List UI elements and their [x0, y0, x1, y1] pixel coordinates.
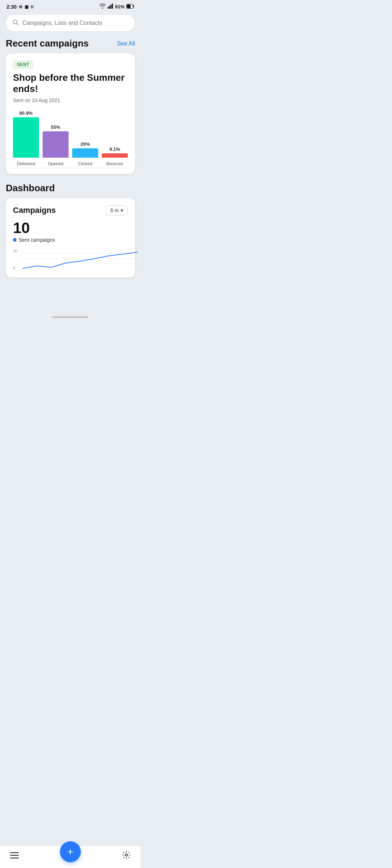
search-input[interactable] [22, 20, 129, 26]
status-time: 2:30 ⊖ ▣ ⁞⁞ [6, 4, 34, 10]
time-filter-button[interactable]: 6 m ▾ [106, 205, 128, 215]
search-icon [12, 19, 19, 27]
bar-opened [43, 131, 69, 158]
bar-label-bounces: Bounces [106, 161, 123, 166]
status-bar: 2:30 ⊖ ▣ ⁞⁞ 61% [0, 0, 141, 11]
dashboard-card: Campaigns 6 m ▾ 10 Sent campaigns 10 8 [6, 198, 135, 277]
bar-group-bounces: 9.1%Bounces [102, 110, 128, 158]
mini-chart-area: 10 8 [13, 249, 128, 277]
svg-rect-5 [133, 5, 134, 7]
campaign-card: SENT Shop before the Summer ends! Sent o… [6, 53, 135, 174]
bar-group-delivered: 90.9%Delivered [13, 110, 39, 158]
screenshot-icon: ▣ [25, 4, 29, 9]
sent-badge: SENT [13, 61, 33, 69]
battery-percentage: 61% [115, 4, 125, 9]
bar-label-opened: Opened [48, 161, 64, 166]
dashboard-card-header: Campaigns 6 m ▾ [13, 205, 128, 215]
bar-label-delivered: Delivered [17, 161, 35, 166]
bar-group-opened: 55%Opened [43, 110, 69, 158]
svg-rect-1 [109, 6, 110, 9]
signal-icon [108, 4, 113, 10]
mini-line-chart [22, 249, 138, 270]
time-filter-label: 6 m [110, 207, 119, 213]
campaigns-legend: Sent campaigns [13, 237, 128, 243]
campaign-bar-chart: 90.9%Delivered55%Opened20%Clicked9.1%Bou… [13, 110, 128, 168]
bar-bounces [102, 153, 128, 158]
time-display: 2:30 [6, 4, 17, 10]
svg-rect-2 [110, 5, 112, 9]
bar-group-clicked: 20%Clicked [72, 110, 98, 158]
svg-rect-3 [112, 4, 113, 9]
bar-value-opened: 55% [51, 124, 60, 130]
campaign-title: Shop before the Summer ends! [13, 72, 128, 95]
chevron-down-icon: ▾ [121, 207, 123, 213]
bar-label-clicked: Clicked [78, 161, 92, 166]
status-indicators: 61% [99, 4, 134, 10]
search-container [0, 11, 141, 36]
bar-value-delivered: 90.9% [19, 110, 33, 116]
svg-rect-0 [108, 7, 109, 9]
wifi-icon [99, 4, 106, 10]
campaigns-count: 10 [13, 220, 128, 236]
y-label-10: 10 [13, 249, 17, 253]
search-bar[interactable] [6, 15, 135, 31]
dnd-icon: ⊖ [19, 4, 22, 9]
campaign-date: Sent on 10 Aug 2021 [13, 97, 128, 103]
bottom-indicator [0, 314, 141, 319]
recent-campaigns-title: Recent campaigns [6, 38, 89, 49]
recent-campaigns-header: Recent campaigns See All [0, 36, 141, 53]
home-indicator [52, 316, 88, 318]
bar-clicked [72, 148, 98, 158]
see-all-link[interactable]: See All [117, 40, 135, 47]
campaigns-card-title: Campaigns [13, 206, 56, 215]
dashboard-title: Dashboard [0, 181, 141, 198]
battery-icon [126, 4, 134, 10]
y-label-8: 8 [13, 266, 17, 270]
legend-label: Sent campaigns [19, 237, 55, 243]
bar-delivered [13, 117, 39, 158]
svg-point-7 [13, 20, 17, 24]
bar-value-clicked: 20% [80, 141, 90, 147]
svg-rect-6 [127, 4, 131, 8]
legend-dot [13, 238, 17, 242]
bar-value-bounces: 9.1% [109, 146, 120, 152]
dots-icon: ⁞⁞ [31, 4, 34, 9]
